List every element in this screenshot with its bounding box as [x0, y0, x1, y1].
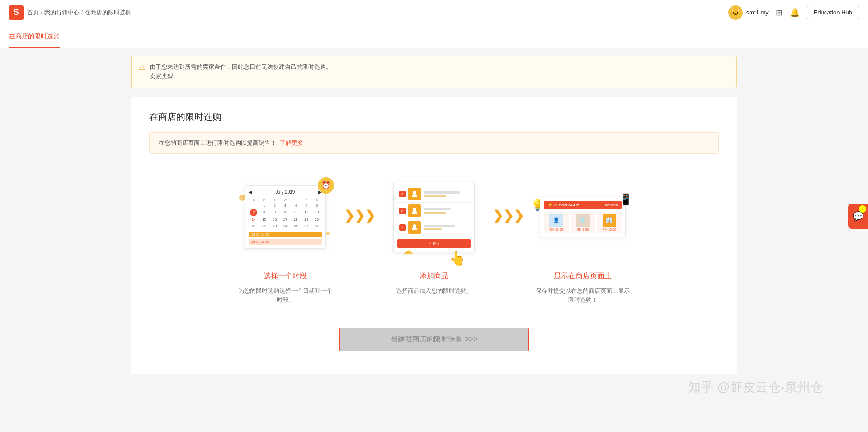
flash-product-2: 👕 RM 8.00: [571, 212, 595, 233]
flash-price-2: RM 8.00: [577, 228, 589, 231]
step-2: ✓ ✓: [371, 172, 497, 296]
flash-price-1: RM 12.00: [549, 228, 563, 231]
content-card: 在商店的限时选购 在您的商店页面上进行限时选购以提高销售！ 了解更多 ◀: [131, 97, 737, 375]
watermark: 知乎 @虾皮云仓-泉州仓: [688, 379, 823, 396]
flash-product-3: 👔 RM 15.00: [597, 212, 622, 233]
tab-flash-sale[interactable]: 在商店的限时选购: [9, 25, 60, 48]
header: S 首页 / 我的行销中心 / 在商店的限时选购 🐱 smt1.my ⊞ 🔔 E…: [0, 0, 868, 25]
user-name: smt1.my: [746, 9, 769, 16]
thumb-3: [408, 221, 421, 234]
chat-bubble[interactable]: 💬 8: [848, 204, 868, 229]
cal-header: ◀ July 2019 ▶: [249, 190, 322, 195]
bell-icon[interactable]: 🔔: [790, 8, 800, 18]
check-3: ✓: [399, 224, 406, 231]
step-3-desc: 保存并提交以在您的商店页面上显示限时选购！: [533, 286, 632, 305]
flash-wrapper: 💡 ⚡ FLASH SALE 02:30:00 👤 RM 12.00: [540, 197, 626, 237]
step-3-illustration: 💡 ⚡ FLASH SALE 02:30:00 👤 RM 12.00: [533, 172, 632, 262]
tab-bar: 在商店的限时选购: [0, 25, 868, 48]
phone-icon: 📱: [619, 193, 632, 206]
header-left: S 首页 / 我的行销中心 / 在商店的限时选购: [9, 5, 728, 20]
check-1: ✓: [399, 191, 406, 197]
cal-prev: ◀: [249, 190, 252, 195]
warning-icon: ⚠: [139, 63, 145, 71]
shopee-logo[interactable]: S: [9, 5, 24, 20]
banner-text: 在您的商店页面上进行限时选购以提高销售！: [159, 139, 276, 147]
flash-box: ⚡ FLASH SALE 02:30:00 👤 RM 12.00: [540, 197, 626, 237]
step-1-desc: 为您的限时选购选择一个日期和一个时段。: [236, 286, 335, 305]
clock-icon: ⏰: [318, 177, 334, 194]
cal-slot-2: 16:00–18:00: [249, 239, 322, 245]
step-3: 💡 ⚡ FLASH SALE 02:30:00 👤 RM 12.00: [519, 172, 646, 305]
thumb-2: [408, 204, 421, 217]
step-2-illustration: ✓ ✓: [384, 172, 484, 262]
education-hub-button[interactable]: Education Hub: [807, 6, 859, 19]
user-info[interactable]: 🐱 smt1.my: [728, 5, 769, 20]
flash-label: ⚡ FLASH SALE: [547, 203, 579, 207]
hand-icon: 👆: [449, 250, 466, 266]
check-2: ✓: [399, 208, 406, 214]
upload-icon: ☁: [402, 244, 413, 257]
learn-more-link[interactable]: 了解更多: [280, 139, 303, 147]
step-3-title: 显示在商店页面上: [554, 271, 612, 281]
chat-badge: 8: [859, 205, 866, 213]
step-1-title: 选择一个时段: [264, 271, 307, 281]
breadcrumb-current: 在商店的限时选购: [85, 9, 132, 17]
product-row-3: ✓: [397, 219, 471, 236]
cal-month: July 2019: [276, 190, 295, 195]
svg-point-2: [413, 224, 416, 228]
breadcrumb-sep2: /: [81, 9, 83, 16]
steps-container: ◀ July 2019 ▶ S M T W T: [149, 172, 719, 305]
warning-text: 由于您未达到所需的卖家条件，因此您目前无法创建自己的限时选购。 卖家类型.: [150, 62, 332, 81]
info-banner: 在您的商店页面上进行限时选购以提高销售！ 了解更多: [149, 132, 719, 154]
page-content: ⚠ 由于您未达到所需的卖家条件，因此您目前无法创建自己的限时选购。 卖家类型. …: [122, 56, 746, 392]
breadcrumb-sep1: /: [41, 9, 42, 16]
breadcrumb: 首页 / 我的行销中心 / 在商店的限时选购: [27, 9, 132, 17]
grid-icon[interactable]: ⊞: [776, 8, 783, 18]
step-2-title: 添加商品: [420, 271, 448, 281]
products-box: ✓ ✓: [393, 182, 475, 252]
cta-section: 创建我商店的限时选购 >>>: [149, 328, 719, 351]
avatar-emoji: 🐱: [731, 8, 741, 18]
cal-grid: S M T W T F S 1 2 3: [249, 197, 322, 229]
flash-price-3: RM 15.00: [602, 228, 616, 231]
cal-slot-1: 12:00–14:00: [249, 232, 322, 237]
flash-img-1: 👤: [549, 214, 563, 227]
calendar-box: ◀ July 2019 ▶ S M T W T: [245, 185, 326, 249]
product-row-2: ✓: [397, 203, 471, 219]
dot-sm: [326, 232, 330, 235]
header-right: 🐱 smt1.my ⊞ 🔔 Education Hub: [728, 5, 859, 20]
flash-header: ⚡ FLASH SALE 02:30:00: [544, 201, 622, 209]
card-title: 在商店的限时选购: [149, 111, 719, 123]
breadcrumb-home[interactable]: 首页: [27, 9, 39, 17]
svg-point-0: [413, 191, 416, 195]
flash-timer: 02:30:00: [605, 204, 618, 207]
calendar-wrapper: ◀ July 2019 ▶ S M T W T: [245, 185, 326, 249]
breadcrumb-marketing[interactable]: 我的行销中心: [44, 9, 80, 17]
svg-point-1: [413, 208, 416, 211]
product-row-1: ✓: [397, 186, 471, 203]
flash-product-1: 👤 RM 12.00: [544, 212, 569, 233]
step-1-illustration: ◀ July 2019 ▶ S M T W T: [236, 172, 335, 262]
create-flash-sale-button[interactable]: 创建我商店的限时选购 >>>: [339, 328, 529, 351]
flash-img-3: 👔: [603, 214, 616, 227]
avatar: 🐱: [728, 5, 743, 20]
warning-box: ⚠ 由于您未达到所需的卖家条件，因此您目前无法创建自己的限时选购。 卖家类型.: [131, 56, 737, 88]
step-1: ◀ July 2019 ▶ S M T W T: [222, 172, 349, 305]
products-wrapper: ✓ ✓: [393, 182, 475, 252]
flash-img-2: 👕: [576, 214, 590, 227]
thumb-1: [408, 188, 421, 200]
step-2-desc: 选择商品加入您的限时选购。: [396, 286, 472, 296]
flash-products: 👤 RM 12.00 👕 RM 8.00 👔: [544, 212, 622, 233]
